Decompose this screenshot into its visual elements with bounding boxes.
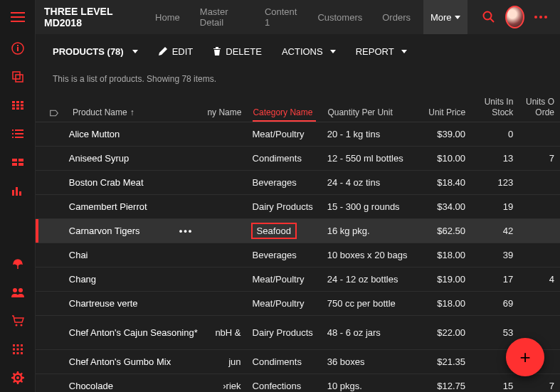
- menu-icon[interactable]: [0, 0, 36, 34]
- nav-home[interactable]: Home: [148, 0, 187, 34]
- cell-product-name: Alice Mutton: [63, 129, 199, 139]
- column-product-name[interactable]: Product Name↑: [64, 107, 199, 117]
- cell-stock: 0: [471, 129, 519, 139]
- svg-rect-21: [19, 159, 23, 161]
- cell-category: Meat/Poultry: [247, 129, 322, 139]
- eco-icon[interactable]: [0, 250, 36, 278]
- info-icon[interactable]: [0, 34, 36, 63]
- cell-category: Beverages: [247, 250, 322, 260]
- cell-qty: 16 kg pkg.: [322, 226, 417, 236]
- search-icon[interactable]: [479, 4, 500, 30]
- nav-master-detail[interactable]: Master Detail: [193, 0, 252, 34]
- svg-point-42: [539, 16, 542, 18]
- nav-content1[interactable]: Content 1: [258, 0, 305, 34]
- column-category-name[interactable]: Category Name: [247, 107, 322, 117]
- table-row[interactable]: Aniseed SyrupCondiments12 - 550 ml bottl…: [36, 147, 560, 171]
- svg-point-28: [19, 288, 23, 292]
- cell-stock: 42: [471, 226, 519, 236]
- nav-orders[interactable]: Orders: [375, 0, 418, 34]
- svg-rect-25: [16, 187, 18, 196]
- table-row[interactable]: Chef Anton's Cajun Seasoning*nbH &Dairy …: [36, 316, 560, 350]
- cell-price: $39.00: [416, 129, 471, 139]
- cell-price: $10.00: [416, 153, 471, 164]
- cell-qty: 750 cc per bottle: [322, 298, 417, 309]
- svg-rect-9: [16, 105, 19, 107]
- cell-category: Dairy Products: [247, 201, 322, 212]
- svg-rect-11: [12, 107, 15, 110]
- more-actions-icon[interactable]: [530, 4, 551, 30]
- cell-product-name: Chef Anton's Gumbo Mix: [63, 356, 199, 367]
- sort-asc-icon: ↑: [130, 107, 134, 117]
- cell-category: Seafood: [247, 223, 322, 239]
- table-row[interactable]: Chef Anton's Gumbo MixjunCondiments36 bo…: [36, 350, 560, 374]
- select-column[interactable]: [36, 109, 64, 117]
- table-row[interactable]: Carnarvon Tigers•••Seafood16 kg pkg.$62.…: [36, 219, 560, 243]
- list-icon[interactable]: [0, 120, 36, 148]
- column-units-stock[interactable]: Units In Stock: [471, 97, 519, 117]
- cell-stock: 69: [471, 298, 519, 309]
- app-title: THREE LEVEL MD2018: [44, 6, 134, 28]
- add-button[interactable]: +: [506, 338, 544, 376]
- row-actions-icon[interactable]: •••: [179, 226, 194, 236]
- cell-company: ›riek: [199, 381, 246, 391]
- svg-rect-15: [15, 129, 23, 131]
- table-row[interactable]: Chartreuse verteMeat/Poultry750 cc per b…: [36, 292, 560, 316]
- column-quantity[interactable]: Quantity Per Unit: [322, 107, 416, 117]
- nav-more[interactable]: More: [423, 0, 467, 34]
- cart-icon[interactable]: [0, 307, 36, 335]
- chevron-down-icon: [132, 50, 138, 53]
- table-row[interactable]: Alice MuttonMeat/Poultry20 - 1 kg tins$3…: [36, 122, 560, 147]
- cell-company: jun: [199, 356, 246, 367]
- svg-rect-2: [17, 45, 19, 46]
- table-row[interactable]: ChaiBeverages10 boxes x 20 bags$18.0039: [36, 243, 560, 267]
- svg-rect-38: [17, 352, 19, 354]
- cell-product-name: Chocolade: [63, 381, 199, 391]
- report-button[interactable]: REPORT: [356, 46, 407, 57]
- users-icon[interactable]: [0, 278, 36, 307]
- column-units-order[interactable]: Units O Orde: [519, 97, 560, 117]
- table-row[interactable]: Camembert PierrotDairy Products15 - 300 …: [36, 195, 560, 219]
- column-company-name[interactable]: ny Name: [199, 107, 247, 117]
- chart-icon[interactable]: [0, 176, 36, 205]
- trash-icon: [213, 46, 221, 56]
- table-row[interactable]: ChangMeat/Poultry24 - 12 oz bottles$19.0…: [36, 267, 560, 292]
- cell-product-name: Camembert Pierrot: [63, 201, 199, 212]
- cell-stock: 13: [471, 153, 519, 164]
- svg-point-30: [21, 324, 23, 327]
- table-row[interactable]: Boston Crab MeatBeverages24 - 4 oz tins$…: [36, 171, 560, 195]
- svg-rect-6: [16, 101, 19, 103]
- svg-rect-5: [12, 101, 15, 103]
- cell-price: $18.00: [416, 298, 471, 309]
- page-title[interactable]: PRODUCTS (78): [53, 46, 138, 57]
- cell-order: 7: [519, 381, 560, 391]
- cell-price: $12.75: [416, 381, 471, 391]
- gear-icon[interactable]: [0, 364, 36, 392]
- cell-price: $19.00: [416, 274, 471, 285]
- apps-icon[interactable]: [0, 335, 36, 364]
- svg-point-41: [534, 16, 537, 18]
- copy-icon[interactable]: [0, 63, 36, 91]
- cell-price: $18.00: [416, 250, 471, 260]
- svg-rect-12: [16, 107, 19, 110]
- delete-button[interactable]: DELETE: [213, 46, 262, 57]
- svg-rect-13: [21, 107, 23, 110]
- grid-icon[interactable]: [0, 91, 36, 120]
- edit-button[interactable]: EDIT: [158, 46, 194, 57]
- cards-icon[interactable]: [0, 148, 36, 176]
- actions-button[interactable]: ACTIONS: [282, 46, 336, 57]
- avatar[interactable]: [505, 6, 524, 28]
- cell-category: Condiments: [247, 153, 322, 164]
- cell-product-name: Chang: [63, 274, 199, 285]
- table-row[interactable]: Chocolade›riekConfections10 pkgs.$12.751…: [36, 374, 560, 392]
- cell-order: 7: [519, 153, 560, 164]
- nav-customers[interactable]: Customers: [310, 0, 369, 34]
- svg-rect-3: [13, 72, 20, 79]
- svg-rect-10: [21, 105, 23, 107]
- column-unit-price[interactable]: Unit Price: [417, 107, 472, 117]
- toolbar: PRODUCTS (78) EDIT DELETE ACTIONS REPORT: [36, 34, 560, 68]
- cell-price: $18.40: [416, 177, 471, 188]
- svg-rect-35: [17, 349, 19, 351]
- cell-price: $21.35: [416, 356, 471, 367]
- cell-category: Dairy Products: [247, 327, 322, 338]
- chevron-down-icon: [401, 50, 407, 53]
